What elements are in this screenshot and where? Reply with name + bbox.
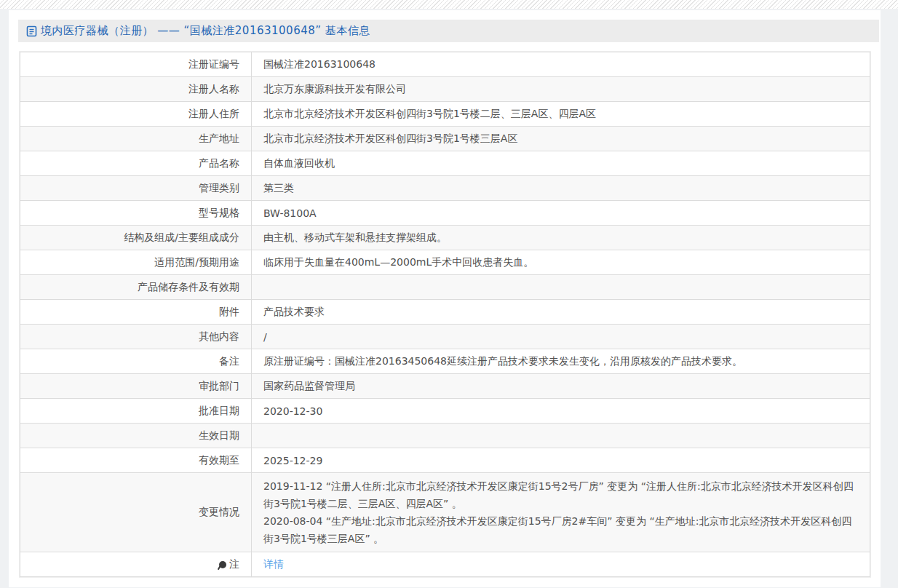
row-label-text: 注册人住所 (188, 108, 239, 119)
row-label-text: 结构及组成/主要组成成分 (124, 231, 239, 243)
table-row: 产品名称 自体血液回收机 (20, 151, 870, 176)
row-value: 原注册证编号：国械注准20163450648延续注册产品技术要求未发生变化，沿用… (252, 349, 870, 374)
row-label: 有效期至 (20, 448, 252, 473)
table-body: 注册证编号 国械注准20163100648 注册人名称 北京万东康源科技开发有限… (20, 52, 870, 577)
row-label-text: 生效日期 (199, 429, 239, 441)
row-value (252, 424, 870, 448)
row-value: 2019-11-12 “注册人住所:北京市北京经济技术开发区康定街15号2号厂房… (252, 473, 870, 552)
table-row: 生效日期 (20, 424, 870, 448)
row-label: 生效日期 (20, 424, 252, 448)
row-value: 详情 (252, 552, 870, 577)
row-label: 审批部门 (20, 374, 252, 399)
row-label: 注 (20, 552, 252, 577)
document-icon (26, 25, 37, 37)
row-label: 其他内容 (20, 325, 252, 349)
row-value: 2020-12-30 (252, 399, 870, 424)
row-value (252, 275, 870, 300)
row-value: 2025-12-29 (252, 448, 870, 473)
row-value: 自体血液回收机 (252, 151, 870, 176)
table-row: 有效期至 2025-12-29 (20, 448, 870, 473)
row-label: 管理类别 (20, 176, 252, 201)
row-label: 产品储存条件及有效期 (20, 275, 252, 300)
row-label-text: 备注 (219, 355, 239, 367)
table-row: 其他内容 / (20, 325, 870, 349)
row-value: 北京市北京经济技术开发区科创四街3号院1号楼二层、三层A区、四层A区 (252, 102, 870, 127)
row-label: 型号规格 (20, 201, 252, 226)
main-panel: 境内医疗器械（注册） —— “国械注准20163100648” 基本信息 注册证… (9, 10, 881, 587)
note-icon (219, 561, 226, 568)
row-label: 批准日期 (20, 399, 252, 424)
registration-info-table: 注册证编号 国械注准20163100648 注册人名称 北京万东康源科技开发有限… (20, 52, 870, 577)
row-label-text: 型号规格 (199, 207, 239, 218)
row-value: 第三类 (252, 176, 870, 201)
row-label: 注册人名称 (20, 77, 252, 102)
row-label: 变更情况 (20, 473, 252, 552)
row-label-text: 适用范围/预期用途 (154, 256, 239, 268)
detail-link[interactable]: 详情 (263, 558, 284, 570)
table-row: 产品储存条件及有效期 (20, 275, 870, 300)
row-value: 北京万东康源科技开发有限公司 (252, 77, 870, 102)
row-label: 附件 (20, 300, 252, 325)
table-row: 变更情况 2019-11-12 “注册人住所:北京市北京经济技术开发区康定街15… (20, 473, 870, 552)
top-stripe-decoration (0, 0, 898, 9)
row-label-text: 产品名称 (199, 157, 239, 169)
row-label-text: 审批部门 (199, 380, 239, 392)
row-label-text: 批准日期 (199, 405, 239, 416)
table-row: 型号规格 BW-8100A (20, 201, 870, 226)
row-label-text: 注册人名称 (188, 83, 239, 95)
row-label-text: 其他内容 (199, 330, 239, 342)
page-header: 境内医疗器械（注册） —— “国械注准20163100648” 基本信息 (18, 20, 879, 42)
row-value: 国械注准20163100648 (252, 52, 870, 77)
row-label-text: 注 (229, 558, 239, 570)
table-row: 注册人住所 北京市北京经济技术开发区科创四街3号院1号楼二层、三层A区、四层A区 (20, 102, 870, 127)
row-label: 注册证编号 (20, 52, 252, 77)
row-value: 北京市北京经济技术开发区科创四街3号院1号楼三层A区 (252, 127, 870, 151)
table-row: 适用范围/预期用途 临床用于失血量在400mL—2000mL手术中回收患者失血。 (20, 250, 870, 275)
change-record: 2019-11-12 “注册人住所:北京市北京经济技术开发区康定街15号2号厂房… (263, 477, 858, 512)
row-label: 生产地址 (20, 127, 252, 151)
row-label-text: 变更情况 (199, 506, 239, 517)
row-value: / (252, 325, 870, 349)
row-label-text: 有效期至 (199, 454, 239, 466)
row-value: 国家药品监督管理局 (252, 374, 870, 399)
table-row: 生产地址 北京市北京经济技术开发区科创四街3号院1号楼三层A区 (20, 127, 870, 151)
change-record: 2020-08-04 “生产地址:北京市北京经济技术开发区康定街15号厂房2#车… (263, 512, 858, 547)
row-label-text: 注册证编号 (188, 58, 239, 70)
row-value: 产品技术要求 (252, 300, 870, 325)
table-row: 结构及组成/主要组成成分 由主机、移动式车架和悬挂支撑架组成。 (20, 226, 870, 250)
table-row: 注 详情 (20, 552, 870, 577)
row-label-text: 附件 (219, 306, 239, 317)
row-value: BW-8100A (252, 201, 870, 226)
row-value: 临床用于失血量在400mL—2000mL手术中回收患者失血。 (252, 250, 870, 275)
table-row: 备注 原注册证编号：国械注准20163450648延续注册产品技术要求未发生变化… (20, 349, 870, 374)
row-label: 备注 (20, 349, 252, 374)
row-label-text: 产品储存条件及有效期 (138, 281, 239, 293)
table-row: 批准日期 2020-12-30 (20, 399, 870, 424)
row-value: 由主机、移动式车架和悬挂支撑架组成。 (252, 226, 870, 250)
row-label-text: 管理类别 (199, 182, 239, 194)
table-row: 注册人名称 北京万东康源科技开发有限公司 (20, 77, 870, 102)
table-row: 管理类别 第三类 (20, 176, 870, 201)
row-label: 产品名称 (20, 151, 252, 176)
table-row: 审批部门 国家药品监督管理局 (20, 374, 870, 399)
page-title: 境内医疗器械（注册） —— “国械注准20163100648” 基本信息 (41, 24, 370, 38)
table-row: 注册证编号 国械注准20163100648 (20, 52, 870, 77)
table-row: 附件 产品技术要求 (20, 300, 870, 325)
row-label: 注册人住所 (20, 102, 252, 127)
row-label-text: 生产地址 (199, 132, 239, 144)
row-label: 结构及组成/主要组成成分 (20, 226, 252, 250)
row-label: 适用范围/预期用途 (20, 250, 252, 275)
